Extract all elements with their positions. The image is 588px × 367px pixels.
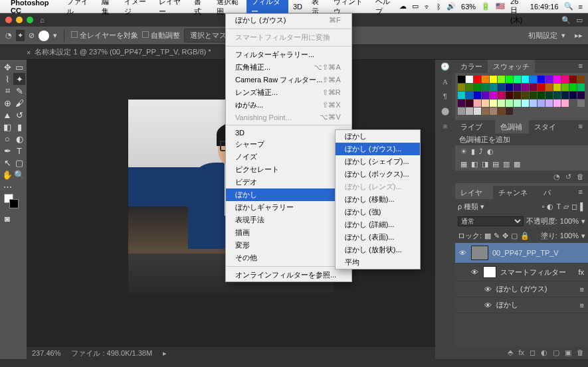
tab-layers[interactable]: レイヤー xyxy=(455,186,493,199)
filter-lens[interactable]: レンズ補正...⇧⌘R xyxy=(226,86,351,99)
menu-help[interactable]: ヘルプ xyxy=(371,0,399,13)
filter-shape-icon[interactable]: ▱ xyxy=(563,202,569,211)
bluetooth-icon[interactable]: ᛒ xyxy=(437,3,441,11)
workspace-icon[interactable]: ▭ xyxy=(576,16,583,25)
filter-type-icon[interactable]: T xyxy=(556,202,561,210)
wand-icon[interactable]: ✦ xyxy=(16,30,25,41)
swatch-color[interactable] xyxy=(538,100,545,107)
quickmask-tool[interactable]: ◙ xyxy=(1,212,13,224)
swatch-color[interactable] xyxy=(498,92,505,99)
blur-box[interactable]: ぼかし (ボックス)... xyxy=(336,168,420,181)
filter-blurg[interactable]: ぼかしギャラリー▶ xyxy=(226,201,351,214)
lock-art-icon[interactable]: ▢ xyxy=(511,232,518,240)
swatch-color[interactable] xyxy=(569,92,577,99)
swatch-color[interactable] xyxy=(530,76,537,83)
visibility-icon[interactable]: 👁 xyxy=(471,268,479,276)
pen-tool[interactable]: ✒ xyxy=(1,145,13,157)
history-panel-icon[interactable]: 🕘 xyxy=(441,62,450,71)
type-tool[interactable]: T xyxy=(13,145,25,157)
layer-name[interactable]: 00_PP47_PP_TP_V xyxy=(492,249,559,257)
adjust-row1[interactable]: ☀▮⤴◐ xyxy=(455,145,588,158)
align-panel-icon[interactable]: ≡ xyxy=(443,122,447,130)
menu-window[interactable]: ウィンドウ xyxy=(329,0,371,13)
tool-preset-icon[interactable]: ◔ xyxy=(5,31,12,40)
swatch-color[interactable] xyxy=(553,100,561,107)
stamp-tool[interactable]: ▲ xyxy=(1,109,13,121)
swatch-color[interactable] xyxy=(522,92,529,99)
filter-draw[interactable]: 描画▶ xyxy=(226,226,351,239)
filter-blur[interactable]: ぼかし▶ xyxy=(226,188,351,201)
swatch-color[interactable] xyxy=(474,84,481,91)
swatch-color[interactable] xyxy=(569,100,577,107)
clip-icon[interactable]: ◔ xyxy=(553,173,560,181)
filter-3d[interactable]: 3D▶ xyxy=(226,127,351,138)
swatch-color[interactable] xyxy=(522,76,529,83)
panel-menu-icon[interactable]: ≡ xyxy=(573,120,588,133)
swatch-color[interactable] xyxy=(490,84,497,91)
layer-row-1[interactable]: 👁 00_PP47_PP_TP_V xyxy=(455,243,588,263)
display-icon[interactable]: ▭ xyxy=(412,2,419,11)
swatch-color[interactable] xyxy=(466,100,473,107)
blur-tool[interactable]: ○ xyxy=(1,133,13,145)
swatch-color[interactable] xyxy=(506,100,513,107)
filter-sharp[interactable]: シャープ▶ xyxy=(226,138,351,151)
group-button[interactable]: ▢ xyxy=(553,348,559,357)
menu-layer[interactable]: レイヤー xyxy=(154,0,189,13)
tab-swatch[interactable]: スウォッチ xyxy=(488,60,535,73)
swatch-color[interactable] xyxy=(490,100,497,107)
filter-name[interactable]: ぼかし xyxy=(496,300,518,310)
swatch-color[interactable] xyxy=(530,100,537,107)
eraser-tool[interactable]: ◧ xyxy=(1,121,13,133)
filter-kind[interactable]: ρ 種類 ▾ xyxy=(458,202,484,212)
spotlight-icon[interactable]: 🔍 xyxy=(564,2,573,11)
swatch-color[interactable] xyxy=(506,108,513,115)
visibility-icon[interactable]: 👁 xyxy=(484,301,492,309)
swatch-color[interactable] xyxy=(538,84,545,91)
swatch-color[interactable] xyxy=(538,76,545,83)
swatch-color[interactable] xyxy=(514,92,521,99)
swatch-color[interactable] xyxy=(538,92,545,99)
filter-video[interactable]: ビデオ▶ xyxy=(226,176,351,188)
edit-toolbar[interactable]: ⋯ xyxy=(1,181,13,192)
adjust-row2[interactable]: ▦◧◨▤▥▩ xyxy=(455,158,588,171)
crop-tool[interactable]: ⌗ xyxy=(1,85,13,97)
filter-adj-icon[interactable]: ◐ xyxy=(547,202,553,211)
swatch-color[interactable] xyxy=(506,76,513,83)
opt-all-layers[interactable]: 全レイヤーを対象 xyxy=(71,31,138,40)
tab-styles[interactable]: スタイル xyxy=(529,120,563,133)
swatch-color[interactable] xyxy=(482,76,489,83)
blur-blur[interactable]: ぼかし xyxy=(336,130,420,143)
path-tool[interactable]: ↖ xyxy=(1,157,13,169)
shape-tool[interactable]: ▢ xyxy=(13,157,25,169)
swatch-color[interactable] xyxy=(569,76,577,83)
input-flag[interactable]: 🇺🇸 xyxy=(496,2,505,11)
move-tool[interactable]: ✥ xyxy=(1,61,13,73)
visibility-icon[interactable]: 👁 xyxy=(484,285,492,293)
panel-menu-icon[interactable]: ≡ xyxy=(573,60,588,73)
tab-close-icon[interactable]: × xyxy=(27,48,31,56)
eyedropper-tool[interactable]: ✎ xyxy=(13,85,25,97)
swatch-color[interactable] xyxy=(514,100,521,107)
volume-icon[interactable]: 🔊 xyxy=(446,2,456,11)
swatch-color[interactable] xyxy=(482,108,489,115)
blend-icon[interactable]: ≡ xyxy=(580,285,584,293)
cc-icon[interactable]: ☁ xyxy=(399,2,407,11)
trash-icon[interactable]: 🗑 xyxy=(577,173,584,181)
menu-select[interactable]: 選択範囲 xyxy=(212,0,247,13)
opacity-value[interactable]: 100% xyxy=(560,217,579,225)
visibility-icon[interactable]: 👁 xyxy=(459,249,467,257)
swatch-color[interactable] xyxy=(458,92,465,99)
swatch-color[interactable] xyxy=(514,76,521,83)
filter-online[interactable]: オンラインフィルターを参照... xyxy=(226,269,351,281)
quick-select-tool[interactable]: ✦ xyxy=(13,73,25,85)
fill-value[interactable]: 100% xyxy=(560,232,579,240)
filter-toggle[interactable]: ▌ xyxy=(580,202,585,210)
swatch-color[interactable] xyxy=(545,92,553,99)
menu-3d[interactable]: 3D xyxy=(288,0,307,13)
swatch-color[interactable] xyxy=(482,84,489,91)
swatch-color[interactable] xyxy=(561,84,569,91)
filter-wide[interactable]: 広角補正...⌥⇧⌘A xyxy=(226,61,351,74)
reset-icon[interactable]: ↺ xyxy=(565,173,571,181)
blur-detail[interactable]: ぼかし (詳細)... xyxy=(336,218,420,231)
swatch-color[interactable] xyxy=(506,92,513,99)
